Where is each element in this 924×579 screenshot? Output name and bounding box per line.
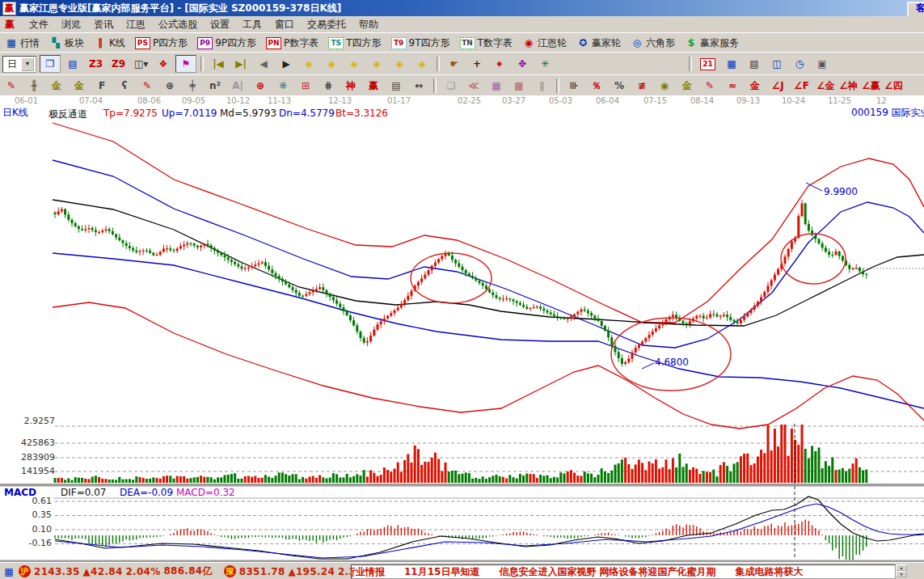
gold-gate2-icon[interactable]: 金 [69, 77, 90, 95]
service-corner-button[interactable]: 客 [907, 2, 924, 18]
green-knot-icon[interactable]: ✳ [534, 55, 555, 73]
prev-icon[interactable]: ◀ [253, 55, 274, 73]
p-square-button[interactable]: PSP四方形 [131, 34, 192, 52]
hand-drag-icon-glyph: ☛ [448, 57, 461, 70]
drop-pen-icon[interactable]: ✎ [699, 77, 720, 95]
history-disk-icon[interactable]: ◷ [789, 55, 810, 73]
kline-button[interactable]: ‖K线 [90, 34, 129, 52]
box-x-icon[interactable]: ▩ [508, 77, 530, 95]
purple-cluster-icon[interactable]: ✥ [512, 55, 533, 73]
degree-circle-icon[interactable]: ⊕ [159, 77, 180, 95]
ticker-scroll-down-button[interactable]: ▼ [896, 571, 907, 577]
diamond-compress-icon[interactable]: ◈ [389, 55, 410, 73]
chevron-down-icon[interactable]: ▾ [21, 57, 34, 71]
menu-item-0[interactable]: 文件 [23, 17, 55, 32]
menu-item-9[interactable]: 帮助 [352, 17, 385, 32]
save-icon[interactable]: ◫ [766, 55, 787, 73]
diamond-expand-icon[interactable]: ◈ [366, 55, 387, 73]
angle-marker-icon[interactable]: ⌖ [489, 55, 510, 73]
p-table-button[interactable]: PNP数字表 [262, 34, 323, 52]
hash2-icon[interactable]: ╪ [182, 77, 203, 95]
n2-icon[interactable]: n² [205, 77, 226, 95]
t-table-button[interactable]: TNT数字表 [456, 34, 517, 52]
t9-square-button[interactable]: T99T四方形 [387, 34, 454, 52]
percent-red-icon[interactable]: ％ [586, 77, 607, 95]
calculator-icon[interactable]: ▦ [721, 55, 742, 73]
winner-service-button[interactable]: $赢家服务 [681, 34, 743, 52]
gold-underline-icon[interactable]: 金 [745, 77, 766, 95]
menu-item-2[interactable]: 资讯 [87, 17, 120, 32]
snowflake-icon[interactable]: ❋ [272, 77, 293, 95]
gold-gate-icon[interactable]: 金 [46, 77, 67, 95]
toolbar-view: 日▾❐▤Z3Z9◫▾❖⚑|◀▶|◀▶◈◈◈◈◈◈☛+⌖✥✳21▦▤◫◷▣ [0, 52, 924, 76]
last-page-icon[interactable]: ▶| [230, 55, 251, 73]
angle-j-icon[interactable]: ∠J [767, 77, 788, 95]
menu-item-8[interactable]: 交易委托 [301, 17, 352, 32]
gold-lines-icon[interactable]: 金 [677, 77, 698, 95]
diamond-full-icon[interactable]: ◈ [411, 55, 432, 73]
menu-item-4[interactable]: 公式选股 [152, 17, 204, 32]
width-arrows-icon[interactable]: ↔ [408, 77, 429, 95]
mirror-a-icon[interactable]: A| [227, 77, 248, 95]
diamond-right-icon[interactable]: ◈ [321, 55, 342, 73]
wave-3-icon[interactable]: Z3 [85, 55, 106, 73]
wave-9-icon[interactable]: Z9 [108, 55, 129, 73]
quote-grid-icon[interactable]: ▦ [2, 565, 15, 578]
gold-circle-icon[interactable]: ◉ [654, 77, 675, 95]
ratio-bars-icon[interactable]: ⊪ [563, 77, 584, 95]
marker-pen-icon[interactable]: ✎ [137, 77, 158, 95]
angle-four-icon[interactable]: ∠四 [880, 77, 901, 95]
red-pen-icon[interactable]: ✎ [1, 77, 22, 95]
ruler-icon[interactable]: ▤ [386, 77, 407, 95]
angle-shen-icon[interactable]: ∠神 [835, 77, 856, 95]
wave-tool-icon[interactable]: ≈ [722, 77, 743, 95]
fibo-f-icon[interactable]: F [91, 77, 112, 95]
draw-flag-icon[interactable]: ⚑ [175, 55, 196, 73]
ticker-scroll-up-button[interactable]: ▲ [896, 564, 907, 571]
restore-icon[interactable]: ❖ [153, 55, 174, 73]
grid-hash-icon[interactable]: ╫ [23, 77, 44, 95]
f10-report-icon[interactable]: ▤ [62, 55, 83, 73]
candle-style-icon[interactable]: ◫▾ [130, 55, 151, 73]
quotes-button[interactable]: ▦行情 [1, 34, 44, 52]
hand-drag-icon[interactable]: ☛ [444, 55, 465, 73]
fan-grid-icon[interactable]: ▦ [486, 77, 507, 95]
percent-lines-icon[interactable]: ≢ [631, 77, 652, 95]
spiral-icon[interactable]: ʕ [114, 77, 135, 95]
channel-name: 极反通道 [49, 108, 87, 121]
percent-icon[interactable]: % [609, 77, 630, 95]
fan-grid-icon-glyph: ▦ [490, 79, 503, 92]
period-select[interactable]: 日▾ [2, 56, 36, 73]
grid-target-icon[interactable]: ⊞ [295, 77, 316, 95]
zoom-area-icon[interactable]: ❐ [40, 55, 61, 73]
diamond-hmove-icon[interactable]: ◈ [344, 55, 365, 73]
first-page-icon[interactable]: |◀ [208, 55, 229, 73]
angle-gold-icon[interactable]: ∠金 [812, 77, 833, 95]
parallel-icon[interactable]: ∥ [531, 77, 552, 95]
shen-tool-icon[interactable]: 神 [340, 77, 361, 95]
print-icon[interactable]: ▣ [812, 55, 833, 73]
calendar-icon[interactable]: 21 [696, 55, 719, 73]
sectors-button[interactable]: ▚板块 [45, 34, 88, 52]
t-square-button[interactable]: TST四方形 [324, 34, 385, 52]
kmark-icon[interactable]: ⋕ [318, 77, 339, 95]
win-tool-icon[interactable]: 赢 [363, 77, 384, 95]
box-line-icon[interactable]: ❏ [441, 77, 462, 95]
angle-win-icon[interactable]: ∠赢 [858, 77, 879, 95]
menu-item-7[interactable]: 窗口 [268, 17, 301, 32]
next-icon[interactable]: ▶ [276, 55, 297, 73]
p9-square-button[interactable]: P99P四方形 [193, 34, 260, 52]
menu-item-3[interactable]: 江恩 [120, 17, 152, 32]
menu-item-6[interactable]: 工具 [236, 17, 268, 32]
fan-lines-icon[interactable]: ≪ [463, 77, 484, 95]
target-icon[interactable]: ⊕ [250, 77, 271, 95]
crosshair-icon[interactable]: + [466, 55, 487, 73]
gann-wheel-button[interactable]: ◉江恩轮 [518, 34, 571, 52]
diamond-left-icon[interactable]: ◈ [298, 55, 319, 73]
menu-item-5[interactable]: 设置 [204, 17, 236, 32]
notes-icon[interactable]: ▤ [744, 55, 765, 73]
menu-item-1[interactable]: 浏览 [55, 17, 87, 32]
hexagon-button[interactable]: ◎六角形 [627, 34, 679, 52]
angle-f-icon[interactable]: ∠F [790, 77, 811, 95]
winner-wheel-button[interactable]: ✪赢家轮 [572, 34, 625, 52]
